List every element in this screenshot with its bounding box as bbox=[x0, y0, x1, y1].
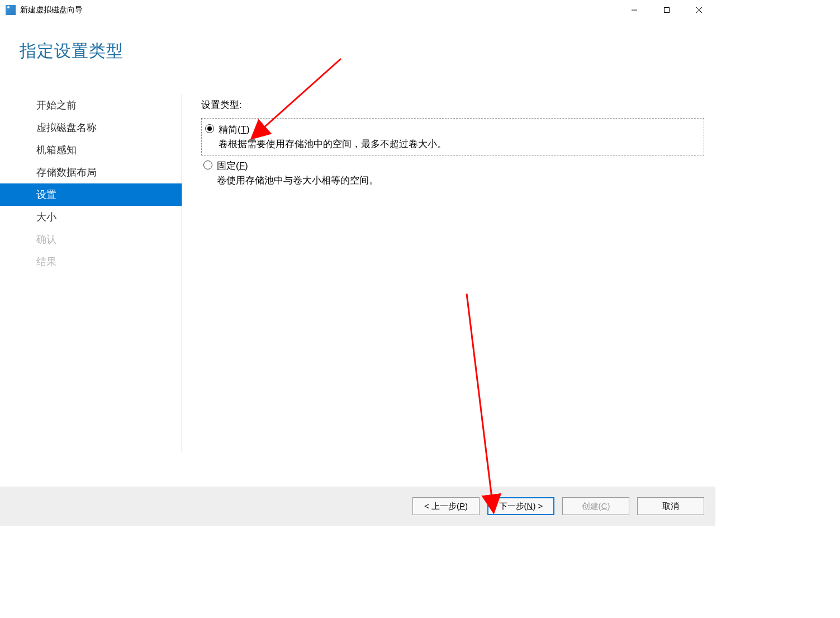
svg-rect-1 bbox=[665, 8, 670, 13]
close-button[interactable] bbox=[683, 0, 715, 20]
sidebar-item-confirm: 确认 bbox=[0, 228, 182, 251]
radio-thin-desc: 卷根据需要使用存储池中的空间，最多不超过卷大小。 bbox=[219, 137, 447, 152]
previous-button[interactable]: < 上一步(P) bbox=[412, 497, 480, 515]
radio-fixed[interactable] bbox=[203, 161, 212, 169]
sidebar-item-layout[interactable]: 存储数据布局 bbox=[0, 161, 182, 183]
radio-thin[interactable] bbox=[205, 124, 214, 133]
app-icon bbox=[6, 5, 16, 15]
titlebar: 新建虚拟磁盘向导 bbox=[0, 0, 715, 20]
sidebar-item-enclosure[interactable]: 机箱感知 bbox=[0, 139, 182, 161]
sidebar-item-before[interactable]: 开始之前 bbox=[0, 94, 182, 116]
radio-fixed-content: 固定(F) 卷使用存储池中与卷大小相等的空间。 bbox=[217, 159, 378, 188]
radio-option-fixed[interactable]: 固定(F) 卷使用存储池中与卷大小相等的空间。 bbox=[201, 159, 704, 188]
radio-thin-content: 精简(T) 卷根据需要使用存储池中的空间，最多不超过卷大小。 bbox=[219, 122, 447, 152]
sidebar-item-settings[interactable]: 设置 bbox=[0, 183, 182, 206]
sidebar-item-result: 结果 bbox=[0, 251, 182, 273]
minimize-icon bbox=[631, 7, 638, 13]
radio-thin-title: 精简(T) bbox=[219, 122, 447, 137]
create-button: 创建(C) bbox=[562, 497, 629, 515]
content: 设置类型: 精简(T) 卷根据需要使用存储池中的空间，最多不超过卷大小。 固定(… bbox=[201, 94, 715, 503]
maximize-icon bbox=[663, 7, 670, 13]
radio-fixed-title: 固定(F) bbox=[217, 159, 378, 173]
footer: < 上一步(P) 下一步(N) > 创建(C) 取消 bbox=[0, 487, 715, 526]
minimize-button[interactable] bbox=[618, 0, 651, 20]
maximize-button[interactable] bbox=[651, 0, 683, 20]
page-title: 指定设置类型 bbox=[0, 20, 715, 63]
body: 开始之前 虚拟磁盘名称 机箱感知 存储数据布局 设置 大小 确认 结果 设置类型… bbox=[0, 94, 715, 503]
sidebar-item-name[interactable]: 虚拟磁盘名称 bbox=[0, 116, 182, 139]
sidebar-item-size[interactable]: 大小 bbox=[0, 206, 182, 228]
radio-fixed-desc: 卷使用存储池中与卷大小相等的空间。 bbox=[217, 173, 378, 188]
sidebar: 开始之前 虚拟磁盘名称 机箱感知 存储数据布局 设置 大小 确认 结果 bbox=[0, 94, 182, 452]
cancel-button[interactable]: 取消 bbox=[637, 497, 704, 515]
close-icon bbox=[695, 6, 703, 14]
setting-type-label: 设置类型: bbox=[201, 98, 704, 111]
radio-option-thin[interactable]: 精简(T) 卷根据需要使用存储池中的空间，最多不超过卷大小。 bbox=[201, 118, 704, 155]
window-controls bbox=[618, 0, 715, 20]
next-button[interactable]: 下一步(N) > bbox=[487, 497, 554, 515]
window-title: 新建虚拟磁盘向导 bbox=[20, 5, 83, 15]
